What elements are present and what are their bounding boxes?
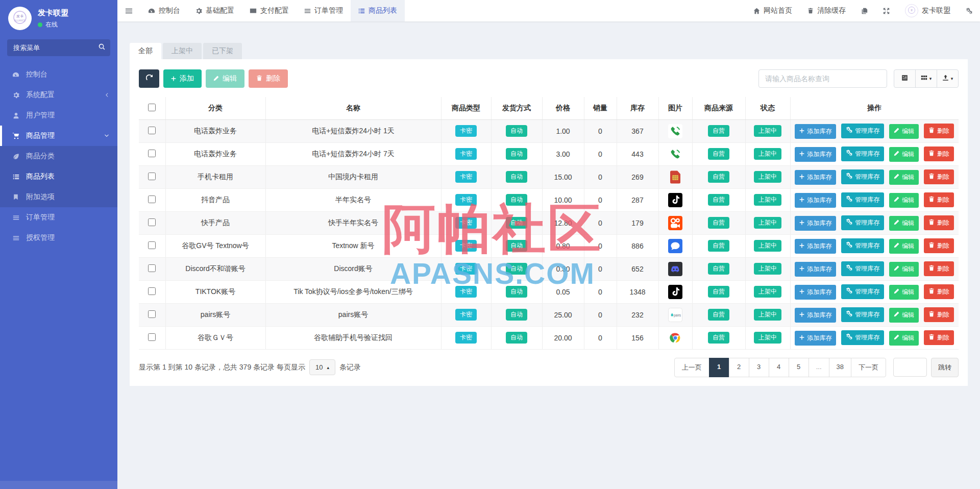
page-jump-button[interactable]: 跳转 xyxy=(931,358,959,377)
sidebar-item-product-list[interactable]: 商品列表 xyxy=(0,166,117,187)
topnav-tab-product-list[interactable]: 商品列表 xyxy=(351,0,405,21)
manage-stock-button[interactable]: 管理库存 xyxy=(841,330,884,345)
topnav-tab-order-mgmt[interactable]: 订单管理 xyxy=(297,0,351,21)
export-button[interactable]: ▾ xyxy=(937,69,959,88)
sidebar-item-system-config[interactable]: 系统配置 xyxy=(0,85,117,105)
add-stock-button[interactable]: 添加库存 xyxy=(795,170,836,185)
sidebar-search-input[interactable] xyxy=(7,39,110,56)
type-badge: 卡密 xyxy=(455,263,477,274)
select-all-checkbox[interactable] xyxy=(148,104,156,111)
add-stock-button[interactable]: 添加库存 xyxy=(795,331,836,346)
row-edit-button[interactable]: 编辑 xyxy=(889,262,919,277)
row-edit-button[interactable]: 编辑 xyxy=(889,124,919,139)
row-checkbox[interactable] xyxy=(148,310,156,318)
manage-stock-button[interactable]: 管理库存 xyxy=(841,307,884,322)
sidebar-item-auth-mgmt[interactable]: 授权管理 xyxy=(0,228,117,248)
row-delete-button[interactable]: 删除 xyxy=(924,146,954,161)
sidebar-item-product-category[interactable]: 商品分类 xyxy=(0,146,117,166)
sidebar-item-console[interactable]: 控制台 xyxy=(0,64,117,85)
row-edit-button[interactable]: 编辑 xyxy=(889,285,919,300)
search-icon[interactable] xyxy=(99,43,105,52)
row-delete-button[interactable]: 删除 xyxy=(924,124,954,138)
add-stock-button[interactable]: 添加库存 xyxy=(795,308,836,323)
detail-view-button[interactable] xyxy=(894,69,916,88)
refresh-button[interactable] xyxy=(139,69,159,88)
page-38[interactable]: 38 xyxy=(829,358,851,377)
row-delete-button[interactable]: 删除 xyxy=(924,215,954,230)
manage-stock-button[interactable]: 管理库存 xyxy=(841,238,884,253)
product-search-input[interactable] xyxy=(758,69,887,88)
page-5[interactable]: 5 xyxy=(789,358,809,377)
tab-0[interactable]: 全部 xyxy=(130,43,161,59)
manage-stock-button[interactable]: 管理库存 xyxy=(841,215,884,230)
topnav-tab-payment-config[interactable]: 支付配置 xyxy=(242,0,297,21)
add-stock-button[interactable]: 添加库存 xyxy=(795,262,836,277)
topnav-tab-base-config[interactable]: 基础配置 xyxy=(188,0,242,21)
row-edit-button[interactable]: 编辑 xyxy=(889,147,919,162)
fullscreen-button[interactable] xyxy=(875,0,897,21)
clear-cache-button[interactable]: 清除缓存 xyxy=(800,0,853,21)
delete-button-disabled[interactable]: 删除 xyxy=(249,69,288,88)
add-stock-button[interactable]: 添加库存 xyxy=(795,239,836,254)
sidebar-toggle-button[interactable] xyxy=(117,0,140,21)
row-delete-button[interactable]: 删除 xyxy=(924,192,954,207)
row-checkbox[interactable] xyxy=(148,173,156,180)
page-jump-input[interactable] xyxy=(893,358,927,377)
row-delete-button[interactable]: 删除 xyxy=(924,261,954,276)
refresh-page-button[interactable] xyxy=(853,0,875,21)
row-edit-button[interactable]: 编辑 xyxy=(889,239,919,254)
topnav-tab-console[interactable]: 控制台 xyxy=(140,0,188,21)
sidebar-item-extra-options[interactable]: 附加选项 xyxy=(0,187,117,207)
columns-button[interactable]: ▾ xyxy=(915,69,937,88)
sidebar-item-product-mgmt[interactable]: 商品管理 xyxy=(0,126,117,146)
page-上一页[interactable]: 上一页 xyxy=(674,358,709,377)
add-stock-button[interactable]: 添加库存 xyxy=(795,285,836,300)
manage-stock-button[interactable]: 管理库存 xyxy=(841,124,884,138)
add-stock-button[interactable]: 添加库存 xyxy=(795,193,836,208)
manage-stock-button[interactable]: 管理库存 xyxy=(841,146,884,161)
row-checkbox[interactable] xyxy=(148,150,156,157)
row-checkbox[interactable] xyxy=(148,264,156,272)
row-edit-button[interactable]: 编辑 xyxy=(889,331,919,346)
sidebar-item-label: 用户管理 xyxy=(26,111,55,120)
manage-stock-button[interactable]: 管理库存 xyxy=(841,192,884,207)
row-delete-button[interactable]: 删除 xyxy=(924,307,954,322)
row-delete-button[interactable]: 删除 xyxy=(924,238,954,253)
page-1[interactable]: 1 xyxy=(709,358,729,377)
row-checkbox[interactable] xyxy=(148,218,156,226)
page-3[interactable]: 3 xyxy=(749,358,769,377)
row-delete-button[interactable]: 删除 xyxy=(924,169,954,184)
edit-button-disabled[interactable]: 编辑 xyxy=(206,69,244,88)
row-checkbox[interactable] xyxy=(148,241,156,249)
row-checkbox[interactable] xyxy=(148,127,156,134)
page-2[interactable]: 2 xyxy=(729,358,749,377)
site-home-link[interactable]: 网站首页 xyxy=(746,0,800,21)
tab-1[interactable]: 上架中 xyxy=(163,43,202,59)
settings-button[interactable] xyxy=(958,0,980,21)
row-checkbox[interactable] xyxy=(148,287,156,295)
sidebar-item-order-mgmt[interactable]: 订单管理 xyxy=(0,207,117,228)
page-下一页[interactable]: 下一页 xyxy=(851,358,886,377)
per-page-select[interactable]: 10▴ xyxy=(309,359,335,375)
manage-stock-button[interactable]: 管理库存 xyxy=(841,284,884,299)
row-edit-button[interactable]: 编辑 xyxy=(889,308,919,323)
add-button[interactable]: 添加 xyxy=(163,69,202,88)
row-edit-button[interactable]: 编辑 xyxy=(889,170,919,185)
add-stock-button[interactable]: 添加库存 xyxy=(795,124,836,139)
row-checkbox[interactable] xyxy=(148,333,156,341)
row-delete-button[interactable]: 删除 xyxy=(924,330,954,345)
page-4[interactable]: 4 xyxy=(769,358,789,377)
row-delete-button[interactable]: 删除 xyxy=(924,284,954,299)
add-stock-button[interactable]: 添加库存 xyxy=(795,147,836,162)
manage-stock-button[interactable]: 管理库存 xyxy=(841,169,884,184)
row-edit-button[interactable]: 编辑 xyxy=(889,216,919,231)
tab-2[interactable]: 已下架 xyxy=(203,43,242,59)
row-checkbox[interactable] xyxy=(148,195,156,203)
sidebar-item-user-mgmt[interactable]: 用户管理 xyxy=(0,105,117,126)
add-stock-button[interactable]: 添加库存 xyxy=(795,216,836,231)
cell-actions: 添加库存 管理库存 编辑 删除 xyxy=(790,257,959,280)
brand-avatar[interactable]: 发卡ALLIANCE xyxy=(8,7,32,30)
user-menu[interactable]: 卡 发卡联盟 xyxy=(897,0,958,21)
manage-stock-button[interactable]: 管理库存 xyxy=(841,261,884,276)
row-edit-button[interactable]: 编辑 xyxy=(889,193,919,208)
